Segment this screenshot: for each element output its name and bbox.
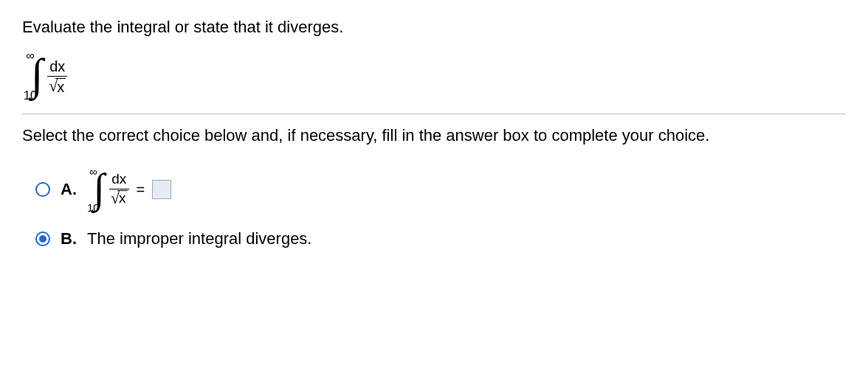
- choice-a-integral: ∞ 10 ∫ dx √ x: [87, 166, 129, 213]
- integrand-fraction: dx √ x: [47, 58, 67, 95]
- choice-a-denominator: √ x: [109, 189, 129, 208]
- numerator: dx: [48, 58, 66, 76]
- equals-sign: =: [137, 181, 145, 198]
- choice-a-radicand: x: [117, 190, 128, 206]
- choice-b-text: The improper integral diverges.: [87, 229, 311, 248]
- choice-a-row: A. ∞ 10 ∫ dx √ x =: [35, 166, 846, 213]
- integral-sign-icon: ∫: [94, 173, 105, 203]
- choice-a-numerator: dx: [110, 171, 128, 189]
- choice-a-answer-input[interactable]: [152, 180, 171, 199]
- question-prompt: Evaluate the integral or state that it d…: [22, 18, 846, 37]
- choice-b-label: B.: [61, 229, 78, 248]
- instruction-text: Select the correct choice below and, if …: [22, 126, 846, 145]
- choice-b-radio[interactable]: [35, 231, 50, 246]
- integral-sign-icon: ∫: [31, 58, 43, 91]
- choice-b-row: B. The improper integral diverges.: [35, 229, 846, 248]
- choice-a-label: A.: [61, 180, 78, 199]
- question-integral: ∞ 10 ∫ dx √ x: [24, 50, 846, 102]
- section-divider: [22, 114, 846, 114]
- choices-group: A. ∞ 10 ∫ dx √ x =: [35, 166, 846, 248]
- choice-a-integrand: dx √ x: [109, 171, 129, 208]
- radicand: x: [55, 78, 66, 95]
- choice-a-radio[interactable]: [35, 182, 50, 197]
- denominator: √ x: [47, 76, 67, 95]
